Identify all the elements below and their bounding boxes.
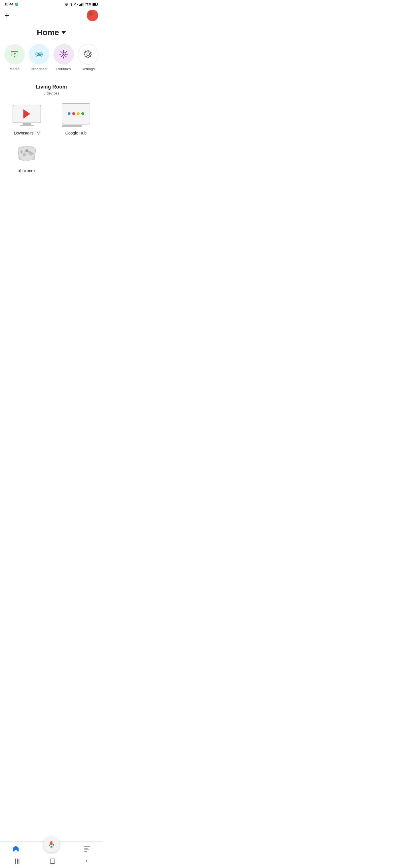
- play-icon: [23, 110, 30, 119]
- tv-base: [20, 125, 34, 126]
- svg-rect-7: [82, 3, 83, 6]
- media-label: Media: [9, 67, 20, 71]
- signal-icon: [80, 3, 84, 6]
- top-bar: +: [0, 7, 103, 23]
- device-hub-label: Google Hub: [65, 131, 87, 135]
- device-downstairs-tv[interactable]: Downstairs TV: [5, 102, 49, 135]
- svg-point-36: [29, 153, 31, 154]
- svg-rect-10: [98, 4, 98, 5]
- status-bar: 10:44: [0, 0, 103, 7]
- hub-dots: [68, 112, 84, 115]
- mute-icon: [74, 2, 78, 6]
- room-section: Living Room 3 devices: [0, 84, 103, 95]
- home-title-button[interactable]: Home: [37, 28, 66, 37]
- room-title: Living Room: [5, 84, 98, 90]
- xbox-icon-container: [10, 140, 44, 165]
- home-title-container: Home: [0, 23, 103, 44]
- media-circle: [4, 44, 25, 65]
- routines-label: Routines: [56, 67, 71, 71]
- svg-point-31: [23, 153, 26, 156]
- avatar-image: [87, 10, 98, 21]
- svg-marker-13: [14, 53, 16, 55]
- svg-line-27: [61, 56, 62, 57]
- svg-rect-6: [81, 3, 82, 6]
- home-title-text: Home: [37, 28, 59, 37]
- action-settings[interactable]: Settings: [78, 44, 98, 71]
- svg-point-28: [87, 53, 90, 56]
- tv-stand: [23, 123, 31, 125]
- svg-point-33: [31, 154, 32, 156]
- quick-actions: Media Broadcast: [0, 44, 103, 78]
- add-button[interactable]: +: [5, 11, 9, 20]
- device-google-hub[interactable]: Google Hub: [54, 102, 98, 135]
- status-left: 10:44: [5, 2, 19, 6]
- svg-point-35: [31, 152, 32, 154]
- broadcast-label: Broadcast: [31, 67, 48, 71]
- svg-rect-8: [83, 3, 84, 6]
- status-right: 71%: [64, 2, 98, 6]
- svg-rect-30: [20, 151, 23, 152]
- settings-circle: [78, 44, 98, 65]
- hub-icon-container: [59, 102, 93, 128]
- dot-blue: [68, 112, 70, 115]
- tv-icon-container: [10, 102, 44, 128]
- section-divider: [0, 78, 103, 78]
- room-device-count: 3 devices: [5, 91, 98, 95]
- svg-point-38: [25, 151, 26, 152]
- avatar[interactable]: [87, 10, 98, 21]
- svg-line-25: [66, 56, 67, 57]
- spotify-icon: [14, 2, 19, 6]
- battery-text: 71%: [85, 3, 91, 6]
- alarm-icon: [64, 2, 68, 6]
- bluetooth-icon: [70, 2, 73, 6]
- dot-red: [72, 112, 75, 115]
- dot-yellow: [77, 112, 80, 115]
- routines-circle: [53, 44, 74, 65]
- svg-line-24: [61, 52, 62, 53]
- tv-screen: [12, 105, 41, 123]
- action-media[interactable]: Media: [4, 44, 25, 71]
- device-grid: Downstairs TV Google Hub: [0, 102, 103, 173]
- time: 10:44: [5, 2, 13, 6]
- svg-rect-5: [80, 4, 81, 6]
- broadcast-circle: [29, 44, 50, 65]
- svg-point-34: [32, 153, 34, 154]
- action-broadcast[interactable]: Broadcast: [29, 44, 50, 71]
- svg-point-39: [28, 151, 29, 152]
- device-tv-label: Downstairs TV: [14, 131, 40, 135]
- hub-screen: [62, 103, 90, 124]
- hub-base: [62, 125, 82, 127]
- xbox-svg: [14, 143, 40, 163]
- svg-point-19: [63, 54, 64, 55]
- home-dropdown-arrow: [61, 31, 66, 34]
- action-routines[interactable]: Routines: [53, 44, 74, 71]
- svg-rect-11: [93, 3, 96, 5]
- svg-line-26: [66, 52, 67, 53]
- dot-green: [81, 112, 84, 115]
- settings-label: Settings: [82, 67, 95, 71]
- device-xbox-label: xboxonex: [18, 168, 35, 173]
- battery-icon: [92, 3, 98, 6]
- svg-rect-4: [80, 5, 80, 6]
- device-xboxonex[interactable]: xboxonex: [5, 140, 49, 173]
